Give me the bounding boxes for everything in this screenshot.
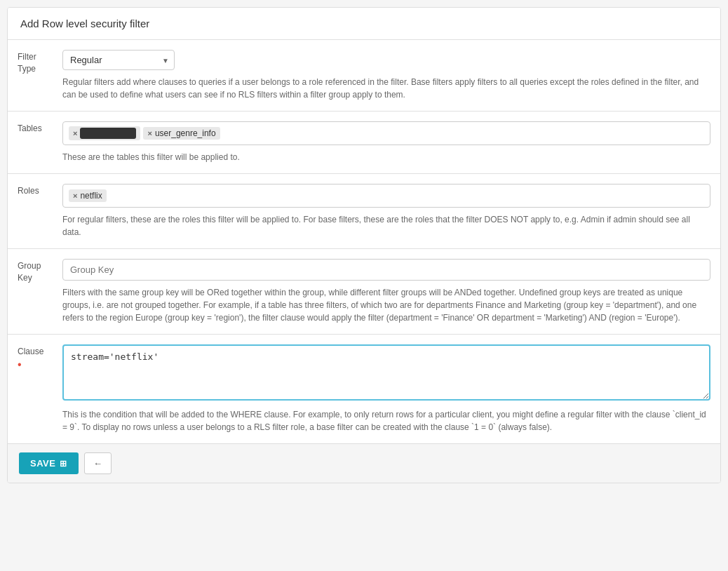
table-tag-user-genre-info-label: user_genre_info: [155, 128, 216, 138]
footer-bar: SAVE ⊞ ←: [8, 443, 720, 483]
required-indicator: •: [18, 359, 47, 370]
tables-tags-input[interactable]: × × user_genre_info: [62, 121, 710, 145]
filter-type-label: Filter Type: [8, 40, 57, 112]
back-label: ←: [93, 458, 102, 469]
roles-row: Roles × netflix For regular filters, the…: [8, 174, 720, 249]
clause-label-wrapper: Clause •: [18, 346, 47, 370]
filter-type-description: Regular filters add where clauses to que…: [62, 76, 710, 101]
filter-type-select[interactable]: Regular Base: [62, 50, 175, 70]
form-table: Filter Type Regular Base ▼ Regular filte…: [8, 40, 720, 443]
table-tag-user-genre-info: × user_genre_info: [143, 127, 220, 140]
roles-tags-input[interactable]: × netflix: [62, 184, 710, 208]
clause-description: This is the condition that will be added…: [62, 408, 710, 434]
role-tag-netflix: × netflix: [69, 189, 107, 202]
back-button[interactable]: ←: [84, 452, 112, 474]
page-title: Add Row level security filter: [20, 18, 149, 29]
tables-label: Tables: [8, 112, 57, 174]
group-key-row: Group Key Filters with the same group ke…: [8, 249, 720, 335]
clause-content: stream='netflix' This is the condition t…: [57, 335, 720, 444]
roles-description: For regular filters, these are the roles…: [62, 213, 710, 239]
tables-content: × × user_genre_info These are the tables…: [57, 112, 720, 174]
filter-type-select-wrapper: Regular Base ▼: [62, 50, 175, 70]
clause-label: Clause: [18, 346, 47, 358]
filter-type-content: Regular Base ▼ Regular filters add where…: [57, 40, 720, 112]
clause-label-cell: Clause •: [8, 335, 57, 444]
remove-tag-user-genre-info[interactable]: ×: [147, 129, 151, 137]
group-key-label: Group Key: [8, 249, 57, 335]
remove-tag-netflix[interactable]: ×: [73, 192, 77, 200]
filter-type-row: Filter Type Regular Base ▼ Regular filte…: [8, 40, 720, 112]
group-key-description: Filters with the same group key will be …: [62, 286, 710, 324]
clause-textarea[interactable]: stream='netflix': [62, 344, 710, 401]
save-button[interactable]: SAVE ⊞: [19, 452, 79, 474]
table-tag-redacted: ×: [69, 126, 140, 140]
role-tag-netflix-label: netflix: [80, 191, 102, 201]
tables-description: These are the tables this filter will be…: [62, 151, 710, 163]
save-label: SAVE: [30, 458, 55, 469]
page-header: Add Row level security filter: [8, 8, 720, 40]
tables-row: Tables × × user_genre_info These are the…: [8, 112, 720, 174]
remove-tag-redacted[interactable]: ×: [73, 129, 77, 137]
roles-content: × netflix For regular filters, these are…: [57, 174, 720, 249]
roles-label: Roles: [8, 174, 57, 249]
group-key-input[interactable]: [62, 259, 710, 281]
group-key-content: Filters with the same group key will be …: [57, 249, 720, 335]
page-container: Add Row level security filter Filter Typ…: [7, 7, 721, 483]
redacted-tag-label: [80, 128, 136, 139]
clause-row: Clause • stream='netflix' This is the co…: [8, 335, 720, 444]
save-icon: ⊞: [60, 459, 67, 469]
